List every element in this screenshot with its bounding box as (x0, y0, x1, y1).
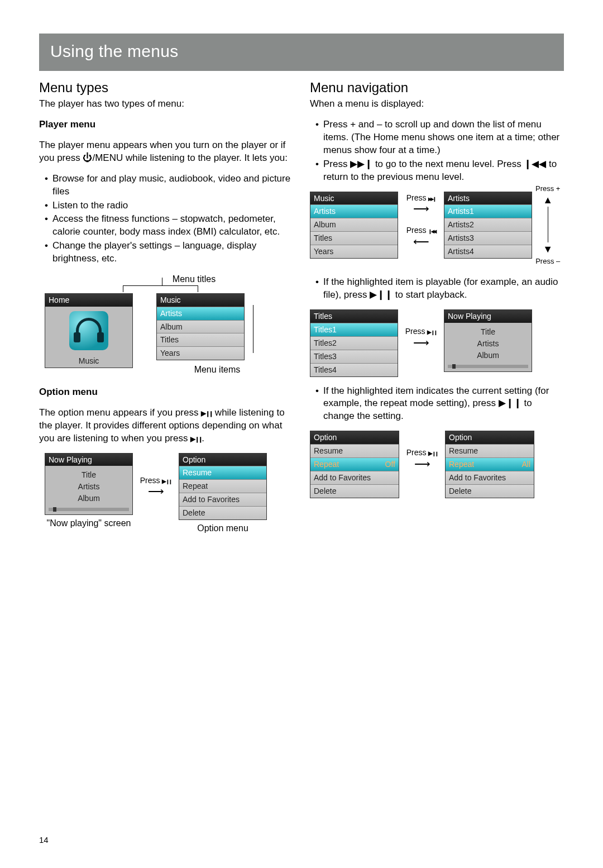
press-minus-label: Press – (535, 256, 560, 266)
play-pause-icon (162, 476, 171, 485)
play-pause-icon (190, 433, 202, 443)
screen-title: Option (310, 431, 399, 444)
menu-row: Delete (310, 484, 399, 498)
np-caption: "Now playing" screen (47, 517, 131, 530)
menu-row: RepeatAll (446, 457, 534, 471)
music-screen-mock: Music Artists Album Titles Years (156, 293, 245, 360)
menu-nav-heading: Menu navigation (310, 79, 564, 97)
page-number: 14 (39, 834, 49, 846)
np-line: Artists (45, 481, 132, 493)
menu-row: Artists4 (444, 245, 532, 258)
now-playing-mock: Now Playing Title Artists Album (444, 309, 532, 372)
screen-title: Titles (310, 310, 398, 323)
menu-row: Titles1 (310, 323, 398, 336)
player-menu-list: Browse for and play music, audiobook, vi… (39, 173, 293, 266)
menu-row: Delete (179, 506, 266, 519)
back-skip-icon (428, 226, 436, 235)
option-caption: Option menu (197, 522, 248, 535)
press-arrow: Press ⟶ (136, 475, 175, 497)
menu-row: Titles4 (310, 363, 398, 376)
np-line: Album (45, 493, 132, 504)
np-line: Title (45, 469, 132, 481)
press-plus-label: Press + (535, 184, 560, 194)
menu-row: Titles2 (310, 336, 398, 350)
artists-screen-mock: Artists Artists1 Artists2 Artists3 Artis… (444, 192, 532, 259)
home-caption: Music (45, 352, 132, 368)
page-banner: Using the menus (39, 34, 564, 71)
option-after-mock: Option Resume RepeatAll Add to Favorites… (445, 431, 534, 498)
menu-row: Resume (179, 466, 266, 479)
menu-row: Titles3 (310, 350, 398, 363)
music-title: Music (157, 294, 244, 307)
player-menu-heading: Player menu (39, 118, 293, 131)
np-line: Artists (444, 338, 532, 350)
menu-row: Artists (310, 204, 398, 218)
option-menu-mock: Option Resume Repeat Add to Favorites De… (179, 453, 267, 520)
menu-row: Add to Favorites (310, 471, 399, 484)
menu-row: RepeatOff (310, 457, 399, 471)
menu-row: Titles (157, 333, 244, 346)
option-menu-text: The option menu appears if you press whi… (39, 407, 293, 445)
screen-title: Option (446, 431, 534, 444)
menu-row: Years (157, 346, 244, 360)
press-arrow: Press ⟶ (401, 326, 441, 348)
content-columns: Menu types The player has two types of m… (39, 79, 564, 535)
nav-bullets-1: Press + and – to scroll up and down the … (310, 118, 564, 184)
nav-arrows: Press ⟶ Press ⟵ (401, 193, 441, 247)
home-title: Home (45, 294, 132, 307)
list-item: Access the fitness functions – stopwatch… (45, 213, 293, 239)
left-column: Menu types The player has two types of m… (39, 79, 293, 535)
press-arrow: Press ⟶ (403, 447, 442, 469)
menu-row: Years (310, 245, 398, 258)
list-item: Change the player's settings – language,… (45, 240, 293, 265)
option-menu-heading: Option menu (39, 386, 293, 399)
play-pause-icon (201, 407, 212, 418)
menu-row: Album (157, 320, 244, 333)
menu-row: Delete (446, 484, 534, 498)
menu-row: Add to Favorites (446, 471, 534, 484)
forward-skip-icon (428, 193, 436, 202)
list-item: Press ▶▶❙ to go to the next menu level. … (315, 158, 564, 184)
play-pause-icon (427, 327, 437, 336)
list-item: Press + and – to scroll up and down the … (315, 118, 564, 157)
now-playing-title: Now Playing (45, 454, 132, 466)
menu-titles-annot: Menu titles (95, 273, 293, 285)
list-item: If the highlighted item indicates the cu… (315, 385, 564, 423)
menu-items-annot: Menu items (194, 364, 241, 376)
play-pause-icon (428, 448, 438, 457)
menu-row: Artists1 (444, 204, 532, 218)
menu-row: Resume (446, 444, 534, 457)
nav-bullets-2: If the highlighted item is playable (for… (310, 276, 564, 302)
music-screen-mock: Music Artists Album Titles Years (310, 192, 398, 259)
menu-row: Add to Favorites (179, 493, 266, 506)
progress-bar (448, 365, 528, 368)
now-playing-mock: Now Playing Title Artists Album (45, 453, 133, 516)
list-item: Browse for and play music, audiobook, vi… (45, 173, 293, 198)
menu-row: Resume (310, 444, 399, 457)
option-before-mock: Option Resume RepeatOff Add to Favorites… (310, 431, 399, 498)
menu-row: Album (310, 218, 398, 231)
right-column: Menu navigation When a menu is displayed… (310, 79, 564, 535)
menu-row: Artists (157, 307, 244, 320)
menu-nav-intro: When a menu is displayed: (310, 98, 564, 111)
list-item: Listen to the radio (45, 199, 293, 212)
titles-screen-mock: Titles Titles1 Titles2 Titles3 Titles4 (310, 309, 398, 376)
nav-bullets-3: If the highlighted item indicates the cu… (310, 385, 564, 423)
menu-row: Artists3 (444, 231, 532, 245)
home-screen-mock: Home Music (45, 293, 133, 368)
screen-title: Music (310, 192, 398, 205)
menu-row: Artists2 (444, 218, 532, 231)
menu-row: Titles (310, 231, 398, 245)
option-title: Option (179, 454, 266, 466)
menu-types-intro: The player has two types of menu: (39, 98, 293, 111)
np-line: Album (444, 350, 532, 361)
menu-types-heading: Menu types (39, 79, 293, 97)
list-item: If the highlighted item is playable (for… (315, 276, 564, 302)
np-line: Title (444, 326, 532, 338)
menu-row: Repeat (179, 479, 266, 493)
screen-title: Now Playing (444, 310, 532, 323)
screen-title: Artists (444, 192, 532, 205)
headphone-icon (69, 311, 108, 350)
progress-bar (49, 508, 129, 511)
player-menu-text: The player menu appears when you turn on… (39, 139, 293, 165)
